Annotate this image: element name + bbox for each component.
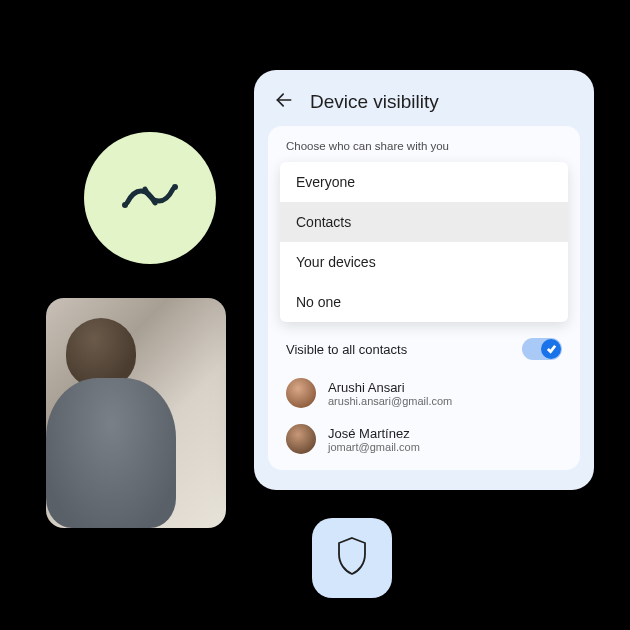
card-header: Device visibility <box>268 86 580 126</box>
choose-label: Choose who can share with you <box>268 140 580 162</box>
option-no-one[interactable]: No one <box>280 282 568 322</box>
option-your-devices[interactable]: Your devices <box>280 242 568 282</box>
svg-point-1 <box>172 184 178 190</box>
visible-all-contacts-toggle[interactable] <box>522 338 562 360</box>
visibility-dropdown[interactable]: Everyone Contacts Your devices No one <box>280 162 568 322</box>
back-arrow-icon <box>274 90 294 114</box>
contact-email: jomart@gmail.com <box>328 441 420 453</box>
toggle-label: Visible to all contacts <box>286 342 407 357</box>
visibility-panel: Choose who can share with you Everyone C… <box>268 126 580 470</box>
shield-icon <box>335 536 369 580</box>
contact-text: José Martínez jomart@gmail.com <box>328 426 420 453</box>
contact-text: Arushi Ansari arushi.ansari@gmail.com <box>328 380 452 407</box>
back-button[interactable] <box>272 90 296 114</box>
avatar <box>286 424 316 454</box>
page-title: Device visibility <box>310 91 439 113</box>
visible-all-contacts-row: Visible to all contacts <box>268 322 580 370</box>
contact-name: Arushi Ansari <box>328 380 452 395</box>
shield-badge <box>312 518 392 598</box>
contact-name: José Martínez <box>328 426 420 441</box>
toggle-knob <box>541 339 561 359</box>
lifestyle-photo <box>46 298 226 528</box>
option-everyone[interactable]: Everyone <box>280 162 568 202</box>
contact-row[interactable]: José Martínez jomart@gmail.com <box>268 416 580 462</box>
device-visibility-card: Device visibility Choose who can share w… <box>254 70 594 490</box>
contact-row[interactable]: Arushi Ansari arushi.ansari@gmail.com <box>268 370 580 416</box>
option-contacts[interactable]: Contacts <box>280 202 568 242</box>
nearby-share-badge <box>84 132 216 264</box>
nearby-share-icon <box>121 181 179 215</box>
svg-point-0 <box>122 202 128 208</box>
check-icon <box>546 340 557 358</box>
contact-email: arushi.ansari@gmail.com <box>328 395 452 407</box>
avatar <box>286 378 316 408</box>
